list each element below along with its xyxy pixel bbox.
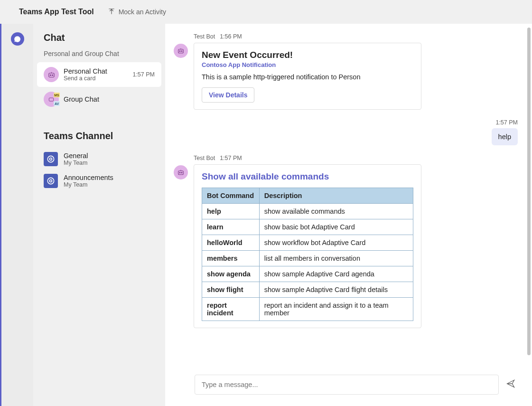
table-row: learnshow basic bot Adaptive Card xyxy=(202,219,413,235)
svg-point-10 xyxy=(181,51,182,52)
view-details-button[interactable]: View Details xyxy=(202,87,254,103)
channel-section-title: Teams Channel xyxy=(33,131,165,148)
table-cell: show sample Adaptive Card agenda xyxy=(259,266,413,282)
svg-rect-8 xyxy=(178,49,184,53)
group-avatar-icon: MSAV xyxy=(44,92,59,107)
svg-rect-3 xyxy=(49,98,53,101)
send-button[interactable] xyxy=(505,379,516,390)
svg-point-12 xyxy=(179,172,180,173)
card-title: New Event Occurred! xyxy=(202,50,413,60)
svg-rect-11 xyxy=(178,171,184,175)
mock-activity-label: Mock an Activity xyxy=(119,8,166,16)
table-cell: report incident xyxy=(202,298,260,321)
table-cell: help xyxy=(202,204,260,219)
app-rail xyxy=(0,24,33,406)
message-sender: Test Bot xyxy=(194,155,215,161)
table-row: memberslist all members in conversation xyxy=(202,251,413,266)
upload-icon xyxy=(108,8,115,16)
sidebar: Chat Personal and Group Chat Personal Ch… xyxy=(33,24,165,406)
card-subtitle: Contoso App Notification xyxy=(202,61,413,68)
table-cell: list all members in conversation xyxy=(259,251,413,266)
channel-name: Announcements xyxy=(64,174,155,181)
svg-point-9 xyxy=(179,51,180,52)
mock-activity-button[interactable]: Mock an Activity xyxy=(108,8,166,16)
channel-name: General xyxy=(64,152,155,160)
channel-subtitle: My Team xyxy=(64,181,155,188)
send-icon xyxy=(506,379,515,390)
table-cell: report an incident and assign it to a te… xyxy=(259,298,413,321)
table-cell: show available commands xyxy=(259,204,413,219)
table-cell: learn xyxy=(202,219,260,235)
svg-point-5 xyxy=(50,158,52,161)
app-header: Teams App Test Tool Mock an Activity xyxy=(0,0,532,24)
table-header: Description xyxy=(259,188,413,204)
commands-title: Show all available commands xyxy=(202,171,413,182)
commands-table: Bot CommandDescription helpshow availabl… xyxy=(202,188,413,321)
user-bubble: help xyxy=(492,128,518,145)
table-cell: helloWorld xyxy=(202,235,260,251)
table-row: show flightshow sample Adaptive Card fli… xyxy=(202,282,413,298)
chat-main: Test Bot 1:56 PM New Event Occurred! Con… xyxy=(165,24,532,406)
svg-point-1 xyxy=(50,75,51,76)
chat-item-time: 1:57 PM xyxy=(132,71,155,78)
svg-point-7 xyxy=(50,180,52,182)
bot-message: Test Bot 1:56 PM New Event Occurred! Con… xyxy=(170,33,518,110)
bot-avatar-icon xyxy=(44,67,59,82)
table-cell: show agenda xyxy=(202,266,260,282)
channel-avatar-icon xyxy=(44,174,58,188)
svg-point-4 xyxy=(47,156,54,162)
chat-item-name: Personal Chat xyxy=(64,67,128,75)
table-cell: members xyxy=(202,251,260,266)
channel-list-item[interactable]: GeneralMy Team xyxy=(33,148,165,170)
svg-point-13 xyxy=(181,172,182,173)
bot-avatar-icon xyxy=(174,165,188,179)
chat-list-item[interactable]: Personal ChatSend a card1:57 PM xyxy=(37,62,161,87)
channel-list-item[interactable]: AnnouncementsMy Team xyxy=(33,170,165,192)
table-row: show agendashow sample Adaptive Card age… xyxy=(202,266,413,282)
scrollbar[interactable] xyxy=(527,28,531,355)
chat-list-item[interactable]: MSAVGroup Chat xyxy=(37,87,161,112)
chat-item-name: Group Chat xyxy=(64,95,155,103)
svg-point-6 xyxy=(47,178,54,184)
table-cell: show sample Adaptive Card flight details xyxy=(259,282,413,298)
message-time: 1:57 PM xyxy=(220,155,242,161)
app-title: Teams App Test Tool xyxy=(19,8,94,16)
table-row: helpshow available commands xyxy=(202,204,413,219)
svg-point-2 xyxy=(52,75,53,76)
table-row: report incidentreport an incident and as… xyxy=(202,298,413,321)
message-time: 1:56 PM xyxy=(220,33,242,40)
bot-avatar-icon xyxy=(174,44,188,58)
table-cell: show basic bot Adaptive Card xyxy=(259,219,413,235)
message-sender: Test Bot xyxy=(194,33,215,40)
message-input[interactable] xyxy=(195,375,499,395)
chat-section-title: Chat xyxy=(33,32,165,50)
table-header: Bot Command xyxy=(202,188,260,204)
composer xyxy=(195,375,516,395)
message-time: 1:57 PM xyxy=(495,119,518,126)
user-message: 1:57 PM help xyxy=(170,119,518,145)
chat-rail-icon[interactable] xyxy=(11,32,24,46)
svg-rect-0 xyxy=(48,73,54,77)
channel-subtitle: My Team xyxy=(64,160,155,166)
card-body: This is a sample http-triggered notifica… xyxy=(202,73,413,81)
chat-item-subtitle: Send a card xyxy=(64,75,128,82)
message-list: Test Bot 1:56 PM New Event Occurred! Con… xyxy=(165,24,532,368)
adaptive-card: Show all available commands Bot CommandD… xyxy=(194,164,421,328)
table-row: helloWorldshow workflow bot Adaptive Car… xyxy=(202,235,413,251)
table-cell: show workflow bot Adaptive Card xyxy=(259,235,413,251)
chat-section-subtitle: Personal and Group Chat xyxy=(33,50,165,62)
bot-message: Test Bot 1:57 PM Show all available comm… xyxy=(170,155,518,328)
channel-avatar-icon xyxy=(44,152,58,166)
table-cell: show flight xyxy=(202,282,260,298)
adaptive-card: New Event Occurred! Contoso App Notifica… xyxy=(194,43,421,110)
